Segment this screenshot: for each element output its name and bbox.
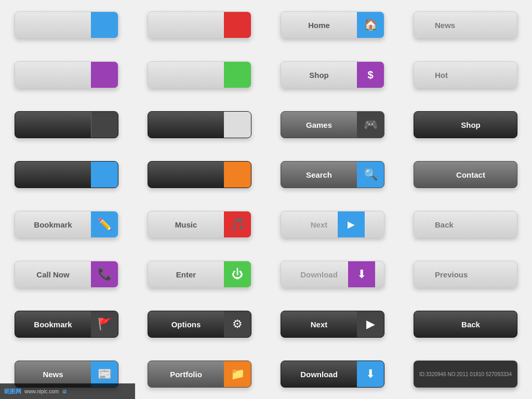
btn-dark-light-plain[interactable] bbox=[148, 111, 251, 138]
btn-download-light[interactable]: Download ⬇ bbox=[281, 261, 384, 288]
btn-search[interactable]: Search 🔍 bbox=[281, 161, 384, 188]
cell-r4c2 bbox=[133, 150, 266, 200]
blue-dark-block bbox=[91, 161, 118, 188]
cell-r8c4: ID:3320946 NO:2011 01810 527093334 bbox=[399, 349, 532, 399]
watermark-logo: 昵图网 bbox=[4, 388, 21, 395]
folder-icon: 📁 bbox=[224, 361, 251, 388]
btn-back[interactable]: Back bbox=[414, 211, 517, 238]
cell-r7c3: Next ▶ bbox=[266, 299, 399, 349]
cell-r5c4: Back bbox=[399, 200, 532, 249]
btn-next-light[interactable]: Next ▶ bbox=[281, 211, 384, 238]
btn-enter[interactable]: Enter ⏻ bbox=[148, 261, 251, 288]
cell-r8c3: Download ⬇ bbox=[266, 349, 399, 399]
btn-previous[interactable]: Previous bbox=[414, 261, 517, 288]
btn-news[interactable]: News bbox=[414, 11, 517, 38]
download-dark-icon: ⬇ bbox=[357, 361, 384, 388]
cell-r1c1 bbox=[0, 0, 133, 50]
next-arrow-icon: ▶ bbox=[338, 211, 365, 238]
blue-icon-block bbox=[91, 11, 118, 38]
pencil-icon: ✏️ bbox=[91, 211, 118, 238]
green-icon-block bbox=[224, 61, 251, 88]
cell-r3c3: Games 🎮 bbox=[266, 100, 399, 150]
dollar-icon: $ bbox=[357, 61, 384, 88]
btn-back-dark[interactable]: Back bbox=[414, 311, 517, 338]
btn-bookmark-dark[interactable]: Bookmark 🚩 bbox=[15, 311, 118, 338]
next-dark-icon: ▶ bbox=[357, 311, 384, 338]
btn-purple-plain[interactable] bbox=[15, 61, 118, 88]
cell-r5c2: Music 🎵 bbox=[133, 200, 266, 249]
btn-contact[interactable]: Contact bbox=[414, 161, 517, 188]
cell-r8c2: Portfolio 📁 bbox=[133, 349, 266, 399]
btn-options[interactable]: Options ⚙ bbox=[148, 311, 251, 338]
download-icon: ⬇ bbox=[348, 261, 375, 288]
red-icon-block bbox=[224, 11, 251, 38]
cell-r4c1 bbox=[0, 150, 133, 200]
cell-r1c3: Home 🏠 bbox=[266, 0, 399, 50]
btn-dark-plain[interactable] bbox=[15, 111, 118, 138]
watermark-bar: 昵图网 www.nipic.com 🖥 bbox=[0, 383, 135, 399]
cell-r4c4: Contact bbox=[399, 150, 532, 200]
cell-r2c4: Hot bbox=[399, 50, 532, 100]
btn-shop-dark[interactable]: Shop bbox=[414, 111, 517, 138]
cell-r6c4: Previous bbox=[399, 249, 532, 299]
cell-r7c4: Back bbox=[399, 299, 532, 349]
btn-dark-orange[interactable] bbox=[148, 161, 251, 188]
btn-download-dark[interactable]: Download ⬇ bbox=[281, 361, 384, 388]
cell-r4c3: Search 🔍 bbox=[266, 150, 399, 200]
power-icon: ⏻ bbox=[224, 261, 251, 288]
cell-r7c2: Options ⚙ bbox=[133, 299, 266, 349]
home-icon: 🏠 bbox=[357, 11, 384, 38]
flag-icon: 🚩 bbox=[91, 311, 118, 338]
cell-r6c3: Download ⬇ bbox=[266, 249, 399, 299]
btn-green-plain[interactable] bbox=[148, 61, 251, 88]
btn-games[interactable]: Games 🎮 bbox=[281, 111, 384, 138]
btn-call-now[interactable]: Call Now 📞 bbox=[15, 261, 118, 288]
cell-r2c3: Shop $ bbox=[266, 50, 399, 100]
cell-r3c1 bbox=[0, 100, 133, 150]
search-icon: 🔍 bbox=[357, 161, 384, 188]
btn-home[interactable]: Home 🏠 bbox=[281, 11, 384, 38]
cell-r2c1 bbox=[0, 50, 133, 100]
cell-r5c1: Bookmark ✏️ bbox=[0, 200, 133, 249]
cell-r5c3: Next ▶ bbox=[266, 200, 399, 249]
btn-dark-blue[interactable] bbox=[15, 161, 118, 188]
btn-music[interactable]: Music 🎵 bbox=[148, 211, 251, 238]
light-icon-block bbox=[224, 111, 251, 138]
purple-icon-block bbox=[91, 61, 118, 88]
gear-icon: ⚙ bbox=[224, 311, 251, 338]
games-icon: 🎮 bbox=[357, 111, 384, 138]
cell-r2c2 bbox=[133, 50, 266, 100]
watermark-url: www.nipic.com bbox=[24, 389, 59, 394]
watermark-text: ID:3320946 NO:2011 01810 527093334 bbox=[419, 371, 512, 377]
cell-r1c2 bbox=[133, 0, 266, 50]
cell-r3c2 bbox=[133, 100, 266, 150]
cell-r6c2: Enter ⏻ bbox=[133, 249, 266, 299]
btn-shop[interactable]: Shop $ bbox=[281, 61, 384, 88]
music-icon: 🎵 bbox=[224, 211, 251, 238]
btn-portfolio[interactable]: Portfolio 📁 bbox=[148, 361, 251, 388]
btn-bookmark-light[interactable]: Bookmark ✏️ bbox=[15, 211, 118, 238]
button-grid: Home 🏠 News Shop $ Hot bbox=[0, 0, 532, 399]
phone-icon: 📞 bbox=[91, 261, 118, 288]
watermark-computer-icon: 🖥 bbox=[62, 389, 67, 394]
cell-r6c1: Call Now 📞 bbox=[0, 249, 133, 299]
btn-red-plain[interactable] bbox=[148, 11, 251, 38]
orange-dark-block bbox=[224, 161, 251, 188]
btn-blue-plain[interactable] bbox=[15, 11, 118, 38]
cell-r7c1: Bookmark 🚩 bbox=[0, 299, 133, 349]
dark-icon-block bbox=[91, 111, 118, 138]
cell-r3c4: Shop bbox=[399, 100, 532, 150]
btn-hot[interactable]: Hot bbox=[414, 61, 517, 88]
watermark-area: ID:3320946 NO:2011 01810 527093334 bbox=[414, 361, 517, 388]
btn-next-dark[interactable]: Next ▶ bbox=[281, 311, 384, 338]
cell-r1c4: News bbox=[399, 0, 532, 50]
